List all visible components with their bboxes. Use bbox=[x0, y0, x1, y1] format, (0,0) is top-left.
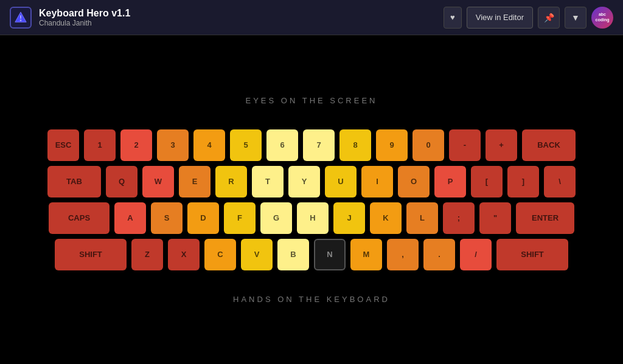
heart-icon: ♥ bbox=[450, 13, 455, 22]
pin-button[interactable]: 📌 bbox=[538, 7, 560, 29]
key-p[interactable]: P bbox=[434, 166, 466, 197]
app-author: Chandula Janith bbox=[39, 19, 130, 27]
key-x[interactable]: X bbox=[168, 239, 200, 270]
key-e[interactable]: E bbox=[179, 166, 211, 197]
header-left: Keyboard Hero v1.1 Chandula Janith bbox=[10, 7, 130, 29]
keyboard: ESC1234567890-+BACKTABQWERTYUIOP[]\CAPSA… bbox=[41, 123, 582, 276]
key-d[interactable]: D bbox=[187, 202, 219, 234]
key-sym[interactable]: , bbox=[387, 239, 419, 270]
view-in-editor-button[interactable]: View in Editor bbox=[467, 7, 533, 29]
pin-icon: 📌 bbox=[544, 13, 554, 22]
header-title: Keyboard Hero v1.1 Chandula Janith bbox=[39, 8, 130, 27]
key-2[interactable]: 2 bbox=[120, 129, 152, 161]
avatar[interactable]: abccoding bbox=[591, 7, 613, 29]
key-8[interactable]: 8 bbox=[339, 129, 371, 161]
keyboard-row-3: CAPSASDFGHJKL;"ENTER bbox=[47, 202, 576, 234]
key-sym[interactable]: \ bbox=[544, 166, 576, 197]
key-6[interactable]: 6 bbox=[266, 129, 298, 161]
key-w[interactable]: W bbox=[142, 166, 174, 197]
app-name: Keyboard Hero v1.1 bbox=[39, 8, 130, 19]
main-content: EYES ON THE SCREEN ESC1234567890-+BACKTA… bbox=[0, 35, 623, 364]
header: Keyboard Hero v1.1 Chandula Janith ♥ Vie… bbox=[0, 0, 623, 35]
key-esc[interactable]: ESC bbox=[47, 129, 79, 161]
key-0[interactable]: 0 bbox=[412, 129, 444, 161]
key-9[interactable]: 9 bbox=[376, 129, 408, 161]
key-sym[interactable]: - bbox=[449, 129, 481, 161]
key-o[interactable]: O bbox=[398, 166, 430, 197]
key-g[interactable]: G bbox=[260, 202, 292, 234]
key-v[interactable]: V bbox=[241, 239, 273, 270]
key-1[interactable]: 1 bbox=[84, 129, 116, 161]
key-7[interactable]: 7 bbox=[303, 129, 335, 161]
key-k[interactable]: K bbox=[370, 202, 402, 234]
key-sym[interactable]: / bbox=[460, 239, 492, 270]
keyboard-row-4: SHIFTZXCVBNM,./SHIFT bbox=[47, 239, 576, 270]
heart-button[interactable]: ♥ bbox=[444, 7, 462, 29]
key-j[interactable]: J bbox=[333, 202, 365, 234]
key-i[interactable]: I bbox=[361, 166, 393, 197]
key-a[interactable]: A bbox=[114, 202, 146, 234]
bottom-subtitle: HANDS ON THE KEYBOARD bbox=[233, 295, 390, 304]
key-n[interactable]: N bbox=[314, 239, 346, 270]
key-b[interactable]: B bbox=[277, 239, 309, 270]
key-5[interactable]: 5 bbox=[230, 129, 262, 161]
key-sym[interactable]: + bbox=[486, 129, 517, 161]
key-sym[interactable]: ] bbox=[507, 166, 539, 197]
key-shift[interactable]: SHIFT bbox=[55, 239, 127, 270]
view-in-editor-label: View in Editor bbox=[476, 13, 524, 22]
key-3[interactable]: 3 bbox=[157, 129, 189, 161]
key-sym[interactable]: " bbox=[479, 202, 511, 234]
key-m[interactable]: M bbox=[350, 239, 382, 270]
key-u[interactable]: U bbox=[325, 166, 357, 197]
header-right: ♥ View in Editor 📌 ▼ abccoding bbox=[444, 7, 613, 29]
key-s[interactable]: S bbox=[151, 202, 183, 234]
key-sym[interactable]: [ bbox=[471, 166, 503, 197]
chevron-button[interactable]: ▼ bbox=[565, 7, 586, 29]
key-f[interactable]: F bbox=[224, 202, 256, 234]
key-t[interactable]: T bbox=[252, 166, 284, 197]
key-back[interactable]: BACK bbox=[522, 129, 576, 161]
top-subtitle: EYES ON THE SCREEN bbox=[246, 96, 378, 105]
key-sym[interactable]: ; bbox=[443, 202, 475, 234]
chevron-down-icon: ▼ bbox=[571, 13, 580, 22]
key-z[interactable]: Z bbox=[131, 239, 163, 270]
key-caps[interactable]: CAPS bbox=[49, 202, 110, 234]
key-sym[interactable]: . bbox=[423, 239, 455, 270]
key-c[interactable]: C bbox=[204, 239, 236, 270]
key-l[interactable]: L bbox=[406, 202, 438, 234]
key-enter[interactable]: ENTER bbox=[516, 202, 574, 234]
key-q[interactable]: Q bbox=[106, 166, 137, 197]
logo-icon bbox=[10, 7, 32, 29]
svg-point-2 bbox=[20, 19, 22, 21]
key-r[interactable]: R bbox=[215, 166, 247, 197]
key-h[interactable]: H bbox=[297, 202, 329, 234]
key-shift[interactable]: SHIFT bbox=[496, 239, 568, 270]
key-y[interactable]: Y bbox=[288, 166, 320, 197]
keyboard-row-1: ESC1234567890-+BACK bbox=[47, 129, 576, 161]
key-4[interactable]: 4 bbox=[193, 129, 225, 161]
keyboard-row-2: TABQWERTYUIOP[]\ bbox=[47, 166, 576, 197]
key-tab[interactable]: TAB bbox=[47, 166, 101, 197]
